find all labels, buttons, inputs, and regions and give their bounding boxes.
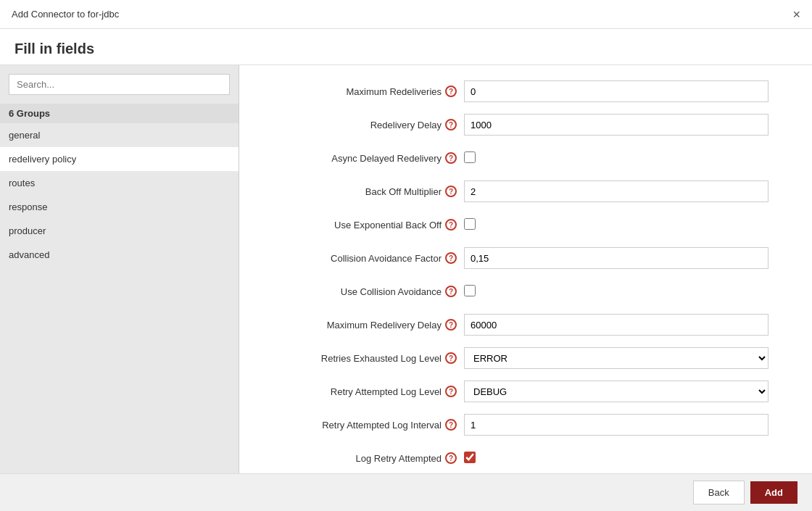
- sidebar-item-routes[interactable]: routes: [0, 171, 239, 195]
- label-max-redelivery-delay: Maximum Redelivery Delay?: [261, 319, 464, 331]
- checkbox-async-delayed-redelivery[interactable]: [464, 151, 476, 163]
- form-row-retry-attempted-log-level: Retry Attempted Log Level?DEBUGERRORINFO…: [261, 380, 790, 403]
- groups-label: 6 Groups: [0, 104, 239, 123]
- input-max-redeliveries[interactable]: [464, 80, 768, 102]
- label-text-retries-exhausted-log-level: Retries Exhausted Log Level: [321, 353, 442, 364]
- form-row-back-off-multiplier: Back Off Multiplier?: [261, 180, 790, 203]
- label-text-retry-attempted-log-interval: Retry Attempted Log Interval: [322, 420, 442, 431]
- help-icon-log-retry-attempted[interactable]: ?: [445, 452, 457, 464]
- sidebar-item-producer[interactable]: producer: [0, 219, 239, 243]
- add-button[interactable]: Add: [750, 481, 798, 504]
- label-async-delayed-redelivery: Async Delayed Redelivery?: [261, 152, 464, 164]
- label-text-use-collision-avoidance: Use Collision Avoidance: [341, 286, 442, 297]
- main-content: 6 Groups general redelivery policy route…: [0, 65, 812, 473]
- help-icon-retries-exhausted-log-level[interactable]: ?: [445, 352, 457, 364]
- input-redelivery-delay[interactable]: [464, 114, 768, 136]
- back-button[interactable]: Back: [693, 481, 745, 504]
- help-icon-retry-attempted-log-level[interactable]: ?: [445, 386, 457, 397]
- sidebar-item-advanced[interactable]: advanced: [0, 243, 239, 267]
- label-text-use-exponential-back-off: Use Exponential Back Off: [334, 220, 442, 230]
- help-icon-async-delayed-redelivery[interactable]: ?: [445, 152, 457, 164]
- help-icon-max-redeliveries[interactable]: ?: [445, 86, 457, 97]
- form-row-retry-attempted-log-interval: Retry Attempted Log Interval?: [261, 413, 790, 436]
- help-icon-retry-attempted-log-interval[interactable]: ?: [445, 419, 457, 431]
- modal-header: Add Connector to for-jdbc ×: [0, 0, 812, 29]
- help-icon-use-collision-avoidance[interactable]: ?: [445, 286, 457, 297]
- form-row-max-redelivery-delay: Maximum Redelivery Delay?: [261, 313, 790, 336]
- footer: Back Add: [0, 473, 812, 511]
- label-text-collision-avoidance-factor: Collision Avoidance Factor: [331, 253, 442, 264]
- label-retry-attempted-log-level: Retry Attempted Log Level?: [261, 386, 464, 397]
- label-log-retry-attempted: Log Retry Attempted?: [261, 452, 464, 464]
- help-icon-back-off-multiplier[interactable]: ?: [445, 186, 457, 197]
- label-text-log-retry-attempted: Log Retry Attempted: [355, 453, 442, 464]
- sidebar-item-redelivery-policy[interactable]: redelivery policy: [0, 147, 239, 171]
- close-button[interactable]: ×: [792, 8, 800, 21]
- help-icon-collision-avoidance-factor[interactable]: ?: [445, 252, 457, 264]
- page-title: Fill in fields: [0, 29, 812, 65]
- checkbox-use-exponential-back-off[interactable]: [464, 218, 476, 230]
- input-max-redelivery-delay[interactable]: [464, 314, 768, 336]
- form-row-log-retry-attempted: Log Retry Attempted?: [261, 446, 790, 470]
- label-max-redeliveries: Maximum Redeliveries?: [261, 86, 464, 97]
- help-icon-redelivery-delay[interactable]: ?: [445, 119, 457, 130]
- form-row-collision-avoidance-factor: Collision Avoidance Factor?: [261, 246, 790, 270]
- label-text-redelivery-delay: Redelivery Delay: [370, 120, 442, 130]
- label-use-collision-avoidance: Use Collision Avoidance?: [261, 286, 464, 297]
- form-row-async-delayed-redelivery: Async Delayed Redelivery?: [261, 146, 790, 170]
- label-text-async-delayed-redelivery: Async Delayed Redelivery: [331, 153, 442, 164]
- modal-title: Add Connector to for-jdbc: [12, 9, 119, 20]
- sidebar-item-general[interactable]: general: [0, 123, 239, 147]
- label-text-max-redeliveries: Maximum Redeliveries: [347, 86, 442, 97]
- form-row-max-redeliveries: Maximum Redeliveries?: [261, 80, 790, 103]
- checkbox-log-retry-attempted[interactable]: [464, 452, 476, 463]
- input-collision-avoidance-factor[interactable]: [464, 247, 768, 269]
- select-retry-attempted-log-level[interactable]: DEBUGERRORINFOWARNTRACEOFF: [464, 381, 768, 402]
- form-panel: Maximum Redeliveries?Redelivery Delay?As…: [239, 65, 812, 473]
- sidebar: 6 Groups general redelivery policy route…: [0, 65, 239, 473]
- label-back-off-multiplier: Back Off Multiplier?: [261, 186, 464, 197]
- label-use-exponential-back-off: Use Exponential Back Off?: [261, 219, 464, 230]
- label-text-retry-attempted-log-level: Retry Attempted Log Level: [331, 386, 442, 397]
- input-back-off-multiplier[interactable]: [464, 180, 768, 202]
- select-retries-exhausted-log-level[interactable]: ERRORDEBUGINFOWARNTRACEOFF: [464, 347, 768, 369]
- form-row-redelivery-delay: Redelivery Delay?: [261, 113, 790, 136]
- help-icon-max-redelivery-delay[interactable]: ?: [445, 319, 457, 331]
- label-retry-attempted-log-interval: Retry Attempted Log Interval?: [261, 419, 464, 431]
- help-icon-use-exponential-back-off[interactable]: ?: [445, 219, 457, 230]
- form-row-retries-exhausted-log-level: Retries Exhausted Log Level?ERRORDEBUGIN…: [261, 346, 790, 370]
- label-collision-avoidance-factor: Collision Avoidance Factor?: [261, 252, 464, 264]
- form-row-use-collision-avoidance: Use Collision Avoidance?: [261, 280, 790, 303]
- input-retry-attempted-log-interval[interactable]: [464, 414, 768, 436]
- label-text-max-redelivery-delay: Maximum Redelivery Delay: [327, 320, 442, 331]
- label-redelivery-delay: Redelivery Delay?: [261, 119, 464, 130]
- label-retries-exhausted-log-level: Retries Exhausted Log Level?: [261, 352, 464, 364]
- form-row-use-exponential-back-off: Use Exponential Back Off?: [261, 213, 790, 236]
- sidebar-item-response[interactable]: response: [0, 195, 239, 219]
- checkbox-use-collision-avoidance[interactable]: [464, 285, 476, 296]
- search-input[interactable]: [9, 74, 230, 95]
- label-text-back-off-multiplier: Back Off Multiplier: [365, 186, 442, 197]
